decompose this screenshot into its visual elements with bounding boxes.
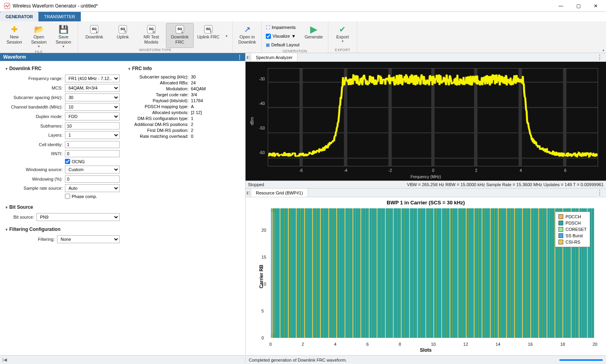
visualize-checkbox-box[interactable] [266, 34, 271, 39]
body-split: Waveform ⋮ Downlink FRC Frequency range:… [0, 53, 606, 355]
section-bit-source[interactable]: Bit Source [5, 204, 120, 210]
section-frc-info[interactable]: FRC Info [128, 66, 240, 71]
grid-stripe [365, 208, 366, 338]
frc-info-label: Additional DM-RS positions: [128, 122, 191, 127]
frc-info-value: 64QAM [191, 86, 206, 91]
label-srs: Sample rate source: [5, 186, 65, 191]
grid-stripe [296, 208, 297, 338]
cellid-input[interactable] [65, 141, 120, 148]
left-status-icon[interactable]: |◀ [0, 357, 246, 362]
waveform-nrtest-button[interactable]: 5G NR Test Models [137, 23, 165, 48]
frc-info-row: PDSCH mapping type:A [128, 104, 240, 109]
winpct-input[interactable] [65, 175, 120, 183]
cbw-select[interactable]: 10 [65, 103, 120, 111]
waveform-panel-menu-icon[interactable]: ⋮ [237, 54, 242, 60]
open-session-button[interactable]: 📂 Open Session▼ [27, 23, 51, 50]
grid-stripe [461, 208, 463, 338]
frc-info-row: First DM-RS position:2 [128, 128, 240, 133]
main-tabstrip: GENERATOR TRANSMITTER ◧ ? [0, 12, 606, 21]
grid-stripe [466, 208, 467, 338]
freq-range-select[interactable]: FR1 (410 MHz - 7.12... [65, 74, 120, 82]
grid-stripe [345, 208, 345, 338]
window-minimize-button[interactable]: — [552, 0, 570, 11]
section-filtering[interactable]: Filtering Configuration [5, 227, 120, 232]
window-close-button[interactable]: ✕ [587, 0, 604, 11]
toolstrip-collapse-button[interactable]: ◧ [338, 12, 346, 18]
spectrum-xlabel: Frequency (MHz) [246, 175, 606, 179]
app-icon [4, 3, 10, 9]
ocng-checkbox[interactable] [65, 159, 70, 164]
grid-stripe [478, 208, 479, 338]
grid-xtick: 4 [334, 342, 336, 347]
save-session-button[interactable]: 💾 Save Session▼ [51, 23, 75, 50]
grid-stripe [542, 208, 543, 338]
spectrum-tab[interactable]: Spectrum Analyzer [251, 53, 297, 61]
srs-select[interactable]: Auto [65, 184, 120, 192]
grid-stripe [446, 208, 447, 338]
save-icon: 💾 [59, 24, 69, 34]
grid-xlabel: Slots [246, 347, 606, 353]
waveform-more-dropdown[interactable]: ▼ [223, 23, 230, 48]
grid-menu-icon[interactable]: ⋮ [593, 189, 606, 197]
grid-stripe [355, 208, 356, 338]
plus-icon: ✚ [11, 24, 18, 34]
tab-transmitter[interactable]: TRANSMITTER [38, 12, 80, 21]
default-layout-button[interactable]: ▦ Default Layout [264, 40, 301, 49]
layers-select[interactable]: 1 [65, 131, 120, 139]
bitsource-select[interactable]: PN9 [36, 213, 120, 221]
grid-tab[interactable]: Resource Grid (BWP#1) [251, 189, 308, 197]
waveform-downlink-frc-button[interactable]: 5G Downlink FRC [166, 23, 194, 48]
grid-stripe [506, 208, 507, 338]
waveform-uplink-button[interactable]: 5G Uplink [109, 23, 137, 48]
winsrc-select[interactable]: Custom [65, 166, 120, 173]
grid-stripe [336, 208, 337, 338]
toolstrip-expand-icon[interactable]: ▴ [602, 48, 604, 52]
new-session-button[interactable]: ✚ New Session [2, 23, 26, 50]
grid-stripe [510, 208, 511, 338]
grid-stripe [339, 208, 340, 338]
scs-select[interactable]: 30 [65, 93, 120, 101]
spectrum-xtick: -4 [344, 168, 347, 173]
impairments-checkbox[interactable]: ⛶ Impairments [264, 23, 301, 32]
grid-stripe [404, 208, 405, 338]
grid-stripe [360, 208, 361, 338]
mcs-select[interactable]: 64QAM, R=3/4 [65, 84, 120, 92]
toolstrip-waveform-section: 5G Downlink 5G Uplink 5G NR Test Models … [78, 21, 233, 53]
section-downlink-frc[interactable]: Downlink FRC [5, 66, 120, 71]
spectrum-xtick: 0 [432, 168, 434, 173]
open-in-downlink-button[interactable]: ↗ Open in Downlink [235, 23, 259, 48]
grid-dock-handle[interactable]: ◧ [246, 189, 251, 197]
window-maximize-button[interactable]: ▢ [570, 0, 587, 11]
section-label-waveform: WAVEFORM TYPE [80, 48, 230, 53]
frc-info-row: Rate matching overhead:0 [128, 134, 240, 139]
visualize-dropdown[interactable]: Visualize ▼ [264, 32, 301, 40]
waveform-downlink-button[interactable]: 5G Downlink [80, 23, 108, 48]
frc-info-value: 2 [191, 128, 193, 133]
spectrum-xtick: -6 [299, 168, 303, 173]
spectrum-dock-handle[interactable]: ◧ [246, 53, 251, 61]
frc-info-row: Payload (bits/slot):11784 [128, 98, 240, 103]
grid-xtick: 6 [366, 342, 369, 347]
filtering-select[interactable]: None [57, 235, 120, 243]
export-button[interactable]: ✔ Export▼ [331, 23, 354, 48]
subframes-input[interactable] [65, 122, 120, 130]
label-scs: Subcarrier spacing (kHz): [5, 95, 65, 100]
open-external-icon: ↗ [244, 24, 251, 34]
grid-stripe [419, 208, 421, 338]
waveform-uplink-frc-button[interactable]: 5G Uplink FRC [194, 23, 222, 48]
rnti-input[interactable] [65, 150, 120, 157]
generate-button[interactable]: ▶ Generate [302, 23, 326, 49]
phasecomp-checkbox[interactable] [65, 194, 70, 199]
grid-stripe [312, 208, 313, 338]
legend-label: PDCCH [566, 214, 581, 219]
grid-stripe [397, 208, 398, 338]
tab-generator[interactable]: GENERATOR [0, 12, 38, 21]
frc-info-label: Subcarrier spacing (kHz): [128, 74, 191, 79]
grid-ytick: 10 [261, 282, 266, 286]
section-label-generation: GENERATION [264, 49, 326, 54]
label-winsrc: Windowing source: [5, 167, 65, 172]
frc-info-label: Rate matching overhead: [128, 134, 191, 139]
spectrum-menu-icon[interactable]: ⋮ [593, 53, 606, 61]
grid-stripe [320, 208, 321, 338]
duplex-select[interactable]: FDD [65, 112, 120, 120]
